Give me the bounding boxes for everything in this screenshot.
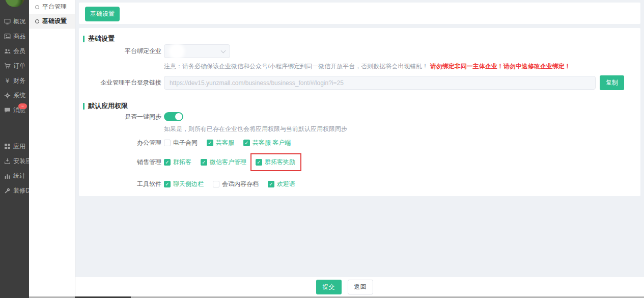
checkbox-option[interactable]: 电子合同 bbox=[164, 139, 198, 147]
sidebar-item-label: 应用 bbox=[13, 142, 25, 151]
checkbox-option[interactable]: ✓群拓客 bbox=[164, 158, 191, 167]
checkbox-label: 芸客服 bbox=[216, 139, 234, 147]
checkbox-unchecked-icon bbox=[213, 181, 219, 187]
checkbox-checked-icon: ✓ bbox=[164, 159, 171, 166]
copy-button[interactable]: 复制 bbox=[600, 75, 624, 90]
checkbox-option[interactable]: ✓群拓客奖励 bbox=[256, 158, 295, 167]
system-icon bbox=[4, 92, 11, 99]
message-badge: − bbox=[18, 103, 27, 109]
sidebar-item-system[interactable]: 系统 bbox=[0, 88, 29, 103]
secondary-sidebar: 平台管理基础设置 bbox=[29, 0, 75, 298]
submenu-item-label: 平台管理 bbox=[42, 3, 67, 11]
sidebar-item-label: 商品 bbox=[13, 32, 25, 41]
toolbar: 基础设置 bbox=[79, 3, 640, 24]
login-link-label: 企业管理平台登录链接 bbox=[79, 78, 164, 87]
login-link-row: 企业管理平台登录链接 复制 bbox=[79, 75, 640, 90]
checkbox-option[interactable]: 会话内容存档 bbox=[213, 180, 259, 188]
radio-circle-icon bbox=[35, 5, 39, 9]
checkbox-option[interactable]: ✓欢迎语 bbox=[268, 180, 295, 188]
goods-icon bbox=[4, 33, 11, 40]
sync-row: 是否一键同步 bbox=[79, 112, 640, 121]
sidebar-item-label: 概况 bbox=[13, 17, 25, 26]
enterprise-select[interactable] bbox=[164, 44, 230, 58]
permission-group-row: 工具软件✓聊天侧边栏会话内容存档✓欢迎语 bbox=[79, 180, 640, 188]
apps-icon bbox=[4, 143, 11, 150]
check-icon: ✓ bbox=[269, 182, 273, 187]
avatar[interactable] bbox=[5, 0, 24, 7]
sidebar-item-label: 订单 bbox=[13, 62, 25, 70]
checkbox-checked-icon: ✓ bbox=[207, 140, 213, 146]
install-app-icon bbox=[4, 158, 11, 165]
sidebar-item-label: 财务 bbox=[13, 76, 25, 85]
login-link-input[interactable] bbox=[164, 76, 596, 90]
section-default-permissions: 默认应用权限 bbox=[83, 101, 640, 111]
svg-text:¥: ¥ bbox=[5, 77, 9, 84]
check-icon: ✓ bbox=[257, 160, 261, 165]
checkbox-checked-icon: ✓ bbox=[201, 159, 207, 166]
section-bar-icon bbox=[83, 36, 85, 42]
diy-icon bbox=[4, 187, 11, 194]
back-button[interactable]: 返回 bbox=[348, 280, 373, 294]
checkbox-label: 聊天侧边栏 bbox=[173, 180, 204, 188]
submenu-item-label: 基础设置 bbox=[42, 17, 67, 25]
sidebar-item-message[interactable]: 消息− bbox=[0, 103, 29, 118]
orders-icon bbox=[4, 63, 11, 69]
submenu-item-1[interactable]: 基础设置 bbox=[29, 14, 75, 29]
checkbox-option[interactable]: ✓微信客户管理 bbox=[201, 158, 246, 167]
submit-button[interactable]: 提交 bbox=[316, 280, 342, 294]
sidebar-item-members[interactable]: 会员 bbox=[0, 44, 29, 59]
stats-icon bbox=[4, 173, 11, 179]
note-warning: 请勿绑定非同一主体企业！请勿中途修改企业绑定！ bbox=[430, 63, 571, 70]
toggle-knob-icon bbox=[175, 113, 182, 120]
sidebar-item-goods[interactable]: 商品 bbox=[0, 29, 29, 44]
checkbox-checked-icon: ✓ bbox=[256, 159, 262, 166]
permission-group-label: 办公管理 bbox=[79, 139, 164, 147]
checkbox-unchecked-icon bbox=[164, 140, 171, 146]
checkbox-label: 微信客户管理 bbox=[210, 158, 246, 167]
checkbox-option[interactable]: ✓芸客服 客户端 bbox=[243, 139, 291, 147]
section-title: 基础设置 bbox=[88, 34, 115, 43]
section-basic-settings: 基础设置 bbox=[83, 34, 640, 43]
sidebar-menu: 概况商品会员订单¥财务系统消息−应用安装应用统计装修DIY bbox=[0, 14, 29, 198]
checkbox-label: 群拓客奖励 bbox=[265, 158, 295, 167]
radio-circle-icon bbox=[35, 19, 39, 23]
permission-group-row: 办公管理电子合同✓芸客服✓芸客服 客户端 bbox=[79, 139, 640, 147]
sidebar-item-install-app[interactable]: 安装应用 bbox=[0, 154, 29, 169]
sidebar-item-finance[interactable]: ¥财务 bbox=[0, 73, 29, 88]
main-content: 基础设置 基础设置 平台绑定企业 注意：请务必确保该企业微信和公众号/小程序绑定… bbox=[75, 0, 644, 298]
settings-panel: 基础设置 平台绑定企业 注意：请务必确保该企业微信和公众号/小程序绑定到同一微信… bbox=[79, 28, 640, 196]
submenu-list: 平台管理基础设置 bbox=[29, 0, 75, 29]
overview-icon bbox=[4, 18, 11, 25]
sidebar-item-stats[interactable]: 统计 bbox=[0, 169, 29, 183]
permission-options: ✓群拓客✓微信客户管理✓群拓客奖励 bbox=[164, 158, 295, 167]
check-icon: ✓ bbox=[165, 182, 169, 187]
chevron-down-icon bbox=[221, 48, 226, 53]
sync-label: 是否一键同步 bbox=[79, 113, 164, 121]
bind-enterprise-row: 平台绑定企业 bbox=[79, 44, 640, 58]
checkbox-option[interactable]: ✓聊天侧边栏 bbox=[164, 180, 204, 188]
sidebar-item-orders[interactable]: 订单 bbox=[0, 59, 29, 73]
tab-basic-settings[interactable]: 基础设置 bbox=[85, 7, 120, 21]
redaction-blur bbox=[169, 43, 185, 60]
sync-toggle[interactable] bbox=[164, 112, 183, 121]
checkbox-checked-icon: ✓ bbox=[164, 181, 171, 187]
permission-options: ✓聊天侧边栏会话内容存档✓欢迎语 bbox=[164, 180, 295, 188]
sidebar-item-diy[interactable]: 装修DIY bbox=[0, 183, 29, 198]
sidebar-item-label: 会员 bbox=[13, 47, 25, 56]
check-icon: ✓ bbox=[244, 141, 248, 146]
finance-icon: ¥ bbox=[4, 77, 11, 84]
submenu-item-0[interactable]: 平台管理 bbox=[29, 0, 75, 14]
footer-bar: 提交 返回 bbox=[75, 277, 644, 296]
members-icon bbox=[4, 48, 11, 55]
check-icon: ✓ bbox=[208, 141, 212, 146]
sidebar-item-label: 装修DIY bbox=[13, 186, 29, 195]
permission-group-row: 销售管理✓群拓客✓微信客户管理✓群拓客奖励 bbox=[79, 158, 640, 167]
message-icon bbox=[4, 107, 11, 114]
section-title: 默认应用权限 bbox=[88, 101, 128, 111]
check-icon: ✓ bbox=[202, 160, 206, 165]
checkbox-label: 会话内容存档 bbox=[222, 180, 259, 188]
sidebar-item-apps[interactable]: 应用 bbox=[0, 139, 29, 154]
checkbox-option[interactable]: ✓芸客服 bbox=[207, 139, 234, 147]
checkbox-label: 群拓客 bbox=[173, 158, 191, 167]
sidebar-item-overview[interactable]: 概况 bbox=[0, 14, 29, 29]
